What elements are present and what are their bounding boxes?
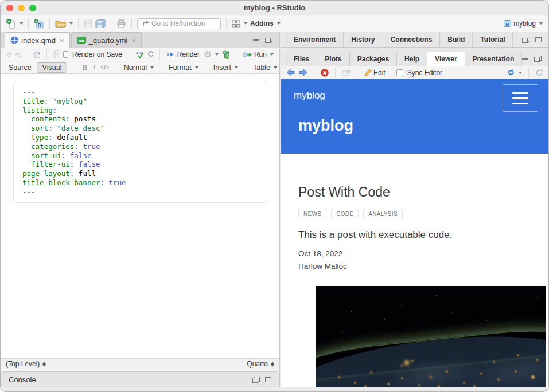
tab-presentation[interactable]: Presentation: [465, 52, 523, 66]
console-pane-header[interactable]: Console: [1, 371, 279, 387]
workspace: index.qmd × YML _quarto.yml ×: [1, 32, 548, 387]
italic-button[interactable]: I: [92, 63, 95, 72]
project-menu[interactable]: R myblog: [503, 19, 543, 28]
editor-toolbar: Render on Save ABC Render C Run: [1, 48, 279, 61]
forward-icon[interactable]: [299, 69, 307, 76]
stop-icon[interactable]: [321, 69, 329, 77]
tag-pill[interactable]: NEWS: [298, 209, 326, 219]
save-button[interactable]: [84, 19, 92, 28]
render-on-save-checkbox[interactable]: [63, 51, 68, 58]
toolbar-separator: [131, 18, 132, 29]
zoom-window-button[interactable]: [29, 5, 36, 11]
toolbar-separator: [28, 49, 28, 60]
run-button[interactable]: Run: [243, 50, 274, 58]
edit-button[interactable]: Edit: [364, 69, 386, 77]
earth-horizon-decoration: [316, 323, 546, 387]
site-nav-title[interactable]: myblog: [294, 84, 325, 101]
table-menu[interactable]: Table: [253, 64, 277, 72]
minimize-pane-icon[interactable]: [522, 58, 528, 60]
render-button[interactable]: Render: [166, 50, 200, 58]
save-icon[interactable]: [53, 50, 59, 58]
open-file-button[interactable]: [55, 19, 73, 28]
save-all-button[interactable]: [95, 19, 106, 28]
editor-status-bar: (Top Level) Quarto: [1, 358, 279, 369]
tab-environment[interactable]: Environment: [286, 32, 344, 47]
pane-window-controls: [522, 32, 548, 47]
tab-plots[interactable]: Plots: [317, 52, 349, 66]
goto-file-input[interactable]: [151, 19, 216, 28]
toolbar-separator: [28, 18, 29, 29]
print-button[interactable]: [116, 19, 126, 28]
visual-mode-button[interactable]: Visual: [37, 62, 68, 73]
new-project-button[interactable]: R: [34, 19, 44, 29]
minimize-pane-icon[interactable]: [253, 39, 259, 41]
paragraph-style-dropdown[interactable]: Normal: [124, 64, 154, 72]
insert-menu[interactable]: Insert: [213, 64, 238, 72]
render-icon: [166, 51, 176, 58]
insert-chunk-icon[interactable]: C: [223, 50, 229, 59]
hamburger-icon: [512, 92, 528, 94]
minimize-window-button[interactable]: [18, 5, 25, 11]
tab-quarto-yml[interactable]: YML _quarto.yml ×: [71, 32, 142, 48]
restore-pane-icon[interactable]: [252, 377, 260, 383]
tab-history[interactable]: History: [344, 32, 383, 47]
close-icon[interactable]: ×: [132, 37, 137, 44]
tab-viewer[interactable]: Viewer: [427, 52, 465, 66]
sync-button[interactable]: [507, 69, 522, 76]
toolbar-separator: [49, 18, 50, 29]
source-mode-button[interactable]: Source: [9, 64, 32, 72]
refresh-icon[interactable]: [535, 69, 543, 77]
toolbar-separator: [111, 18, 111, 29]
close-window-button[interactable]: [6, 5, 13, 11]
back-icon[interactable]: [286, 69, 295, 76]
paragraph-style-value: Normal: [124, 64, 147, 72]
addins-menu[interactable]: Addins: [250, 19, 281, 28]
maximize-pane-icon[interactable]: [535, 37, 542, 42]
maximize-pane-icon[interactable]: [265, 377, 271, 382]
post-title-link[interactable]: Post With Code: [298, 185, 548, 200]
tab-help[interactable]: Help: [397, 52, 427, 66]
new-project-icon: R: [34, 19, 44, 29]
tab-index-qmd[interactable]: index.qmd ×: [5, 32, 70, 48]
render-settings-button[interactable]: [204, 50, 219, 58]
popout-icon[interactable]: [34, 51, 40, 58]
pane-layout-icon: [232, 20, 240, 28]
svg-text:C: C: [226, 52, 229, 58]
scope-label: (Top Level): [6, 360, 40, 368]
run-icon: [243, 52, 252, 58]
pane-window-controls: [252, 377, 271, 383]
document-tab-strip: index.qmd × YML _quarto.yml ×: [1, 32, 279, 48]
pane-layout-button[interactable]: [232, 20, 247, 28]
tab-connections[interactable]: Connections: [383, 32, 441, 47]
search-icon[interactable]: [147, 50, 153, 58]
tab-build[interactable]: Build: [440, 32, 473, 47]
yaml-code-block[interactable]: ---title: "myblog"listing: contents: pos…: [13, 81, 267, 203]
pane-splitter[interactable]: [281, 48, 548, 52]
tag-pill[interactable]: CODE: [331, 209, 359, 219]
close-icon[interactable]: ×: [60, 37, 64, 44]
new-file-button[interactable]: [6, 19, 23, 29]
back-nav-icon[interactable]: [6, 52, 11, 58]
bold-button[interactable]: B: [82, 64, 87, 72]
scope-selector[interactable]: (Top Level): [6, 360, 46, 368]
pane-window-controls: [522, 52, 548, 66]
navbar-toggler[interactable]: [503, 84, 538, 112]
format-menu[interactable]: Format: [169, 64, 198, 72]
yml-file-icon: YML: [77, 37, 86, 44]
tag-pill[interactable]: ANALYSIS: [363, 209, 403, 219]
editor-canvas[interactable]: ---title: "myblog"listing: contents: pos…: [1, 74, 279, 358]
maximize-pane-icon[interactable]: [265, 37, 272, 43]
spellcheck-icon[interactable]: ABC: [135, 50, 143, 59]
filetype-selector[interactable]: Quarto: [247, 360, 274, 368]
restore-pane-icon[interactable]: [522, 37, 529, 43]
tab-files[interactable]: Files: [286, 52, 317, 66]
popout-icon[interactable]: [342, 69, 351, 76]
maximize-pane-icon[interactable]: [534, 56, 542, 62]
goto-file-search[interactable]: [137, 18, 221, 29]
tab-tutorial[interactable]: Tutorial: [473, 32, 513, 47]
forward-nav-icon[interactable]: [15, 52, 21, 58]
format-menu-label: Format: [169, 64, 192, 72]
code-button[interactable]: </>: [100, 64, 108, 70]
tab-packages[interactable]: Packages: [350, 52, 397, 66]
sync-editor-checkbox[interactable]: [396, 69, 403, 76]
